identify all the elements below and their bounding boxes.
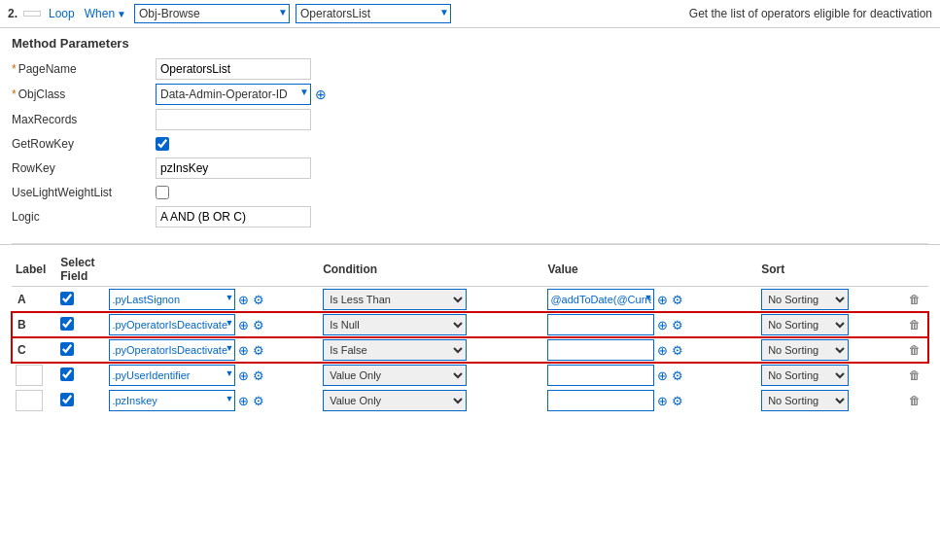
- use-light-weight-checkbox[interactable]: [156, 186, 169, 199]
- condition-select[interactable]: Is Less ThanIs NullIs FalseValue OnlyIs …: [323, 365, 467, 386]
- field-input[interactable]: [109, 339, 235, 361]
- field-gear-icon[interactable]: ⚙: [252, 317, 265, 333]
- value-gear-icon[interactable]: ⚙: [671, 292, 684, 308]
- field-cell: ▼⊕⚙: [109, 390, 315, 411]
- method-params-section: Method Parameters * PageName * ObjClass …: [0, 28, 940, 243]
- field-input[interactable]: [109, 289, 235, 310]
- field-add-icon[interactable]: ⊕: [237, 292, 250, 308]
- sort-select[interactable]: No SortingAscendingDescending: [761, 289, 849, 310]
- value-input[interactable]: [547, 339, 654, 361]
- row-checkbox[interactable]: [60, 292, 74, 305]
- obj-class-input[interactable]: [156, 84, 311, 105]
- row-label-input[interactable]: [16, 390, 43, 411]
- page-name-value-cell: [156, 58, 928, 80]
- value-add-icon[interactable]: ⊕: [656, 342, 669, 359]
- value-input[interactable]: [547, 314, 654, 335]
- field-cell: ▼⊕⚙: [109, 289, 315, 310]
- field-cell: ▼⊕⚙: [109, 365, 315, 386]
- obj-browse-arrow-icon: ▼: [278, 7, 288, 18]
- value-cell: ⊕⚙: [547, 339, 753, 361]
- delete-row-button[interactable]: 🗑: [908, 292, 922, 307]
- row-checkbox[interactable]: [60, 317, 74, 331]
- operators-list-arrow-icon: ▼: [439, 7, 449, 18]
- step-button[interactable]: [23, 11, 41, 17]
- row-label: B: [16, 318, 28, 332]
- field-gear-icon[interactable]: ⚙: [252, 368, 265, 384]
- get-row-key-checkbox[interactable]: [156, 137, 169, 151]
- value-input[interactable]: [547, 390, 654, 411]
- table-row: B▼⊕⚙Is Less ThanIs NullIs FalseValue Onl…: [12, 312, 928, 337]
- field-input[interactable]: [109, 314, 235, 335]
- delete-row-button[interactable]: 🗑: [908, 393, 922, 408]
- field-gear-icon[interactable]: ⚙: [252, 292, 265, 308]
- value-gear-icon[interactable]: ⚙: [671, 393, 684, 409]
- when-dropdown[interactable]: When ▼: [83, 7, 128, 20]
- header-sort: Sort: [757, 253, 903, 287]
- value-cell: ⊕⚙: [547, 390, 753, 411]
- field-input[interactable]: [109, 365, 235, 386]
- field-add-icon[interactable]: ⊕: [237, 368, 250, 384]
- field-add-icon[interactable]: ⊕: [237, 317, 250, 333]
- condition-select[interactable]: Is Less ThanIs NullIs FalseValue OnlyIs …: [323, 314, 467, 335]
- value-add-icon[interactable]: ⊕: [656, 368, 669, 384]
- sort-select[interactable]: No SortingAscendingDescending: [761, 365, 849, 386]
- value-gear-icon[interactable]: ⚙: [671, 368, 684, 384]
- row-label-input[interactable]: [16, 365, 43, 386]
- description-text: Get the list of operators eligible for d…: [689, 7, 932, 20]
- value-input[interactable]: [547, 289, 654, 310]
- condition-select[interactable]: Is Less ThanIs NullIs FalseValue OnlyIs …: [323, 339, 467, 361]
- max-records-value-cell: [156, 109, 928, 130]
- max-records-input[interactable]: [156, 109, 311, 130]
- obj-class-value-cell: ▼ ⊕: [156, 84, 928, 105]
- field-gear-icon[interactable]: ⚙: [252, 342, 265, 359]
- field-gear-icon[interactable]: ⚙: [252, 393, 265, 409]
- row-label: C: [16, 343, 28, 357]
- value-add-icon[interactable]: ⊕: [656, 393, 669, 409]
- row-checkbox[interactable]: [60, 368, 74, 381]
- table-row: ▼⊕⚙Is Less ThanIs NullIs FalseValue Only…: [12, 363, 928, 388]
- step-number: 2.: [8, 7, 17, 20]
- row-key-label: RowKey: [12, 158, 148, 179]
- use-light-weight-label: UseLightWeightList: [12, 183, 148, 202]
- obj-class-add-icon[interactable]: ⊕: [315, 87, 327, 102]
- get-row-key-value-cell: [156, 134, 928, 154]
- page-name-label: * PageName: [12, 58, 148, 80]
- value-gear-icon[interactable]: ⚙: [671, 342, 684, 359]
- value-gear-icon[interactable]: ⚙: [671, 317, 684, 333]
- use-light-weight-value-cell: [156, 183, 928, 202]
- section-title: Method Parameters: [12, 36, 928, 51]
- row-checkbox[interactable]: [60, 342, 74, 356]
- value-cell: ⊕⚙: [547, 365, 753, 386]
- page-name-input[interactable]: [156, 58, 311, 80]
- delete-row-button[interactable]: 🗑: [908, 368, 922, 383]
- field-add-icon[interactable]: ⊕: [237, 342, 250, 359]
- conditions-table: Label Select Field Condition Value Sort …: [12, 253, 928, 413]
- operators-list-input[interactable]: [296, 4, 451, 23]
- row-checkbox[interactable]: [60, 393, 74, 406]
- obj-browse-input[interactable]: [134, 4, 290, 23]
- delete-row-button[interactable]: 🗑: [908, 342, 922, 358]
- conditions-section: Label Select Field Condition Value Sort …: [0, 244, 940, 421]
- delete-row-button[interactable]: 🗑: [908, 317, 922, 332]
- table-row: C▼⊕⚙Is Less ThanIs NullIs FalseValue Onl…: [12, 337, 928, 363]
- sort-select[interactable]: No SortingAscendingDescending: [761, 314, 849, 335]
- logic-value-cell: [156, 206, 928, 228]
- loop-link[interactable]: Loop: [47, 7, 77, 20]
- value-add-icon[interactable]: ⊕: [656, 317, 669, 333]
- value-input[interactable]: [547, 365, 654, 386]
- field-cell: ▼⊕⚙: [109, 339, 315, 361]
- table-row: A▼⊕⚙Is Less ThanIs NullIs FalseValue Onl…: [12, 287, 928, 313]
- sort-select[interactable]: No SortingAscendingDescending: [761, 339, 849, 361]
- sort-select[interactable]: No SortingAscendingDescending: [761, 390, 849, 411]
- row-key-input[interactable]: [156, 158, 311, 179]
- condition-select[interactable]: Is Less ThanIs NullIs FalseValue OnlyIs …: [323, 390, 467, 411]
- logic-input[interactable]: [156, 206, 311, 228]
- params-grid: * PageName * ObjClass ▼ ⊕ MaxRecords Get…: [12, 58, 928, 228]
- value-cell: ▼⊕⚙: [547, 289, 753, 310]
- condition-select[interactable]: Is Less ThanIs NullIs FalseValue OnlyIs …: [323, 289, 467, 310]
- value-add-icon[interactable]: ⊕: [656, 292, 669, 308]
- field-input[interactable]: [109, 390, 235, 411]
- logic-label: Logic: [12, 206, 148, 228]
- field-add-icon[interactable]: ⊕: [237, 393, 250, 409]
- table-row: ▼⊕⚙Is Less ThanIs NullIs FalseValue Only…: [12, 388, 928, 413]
